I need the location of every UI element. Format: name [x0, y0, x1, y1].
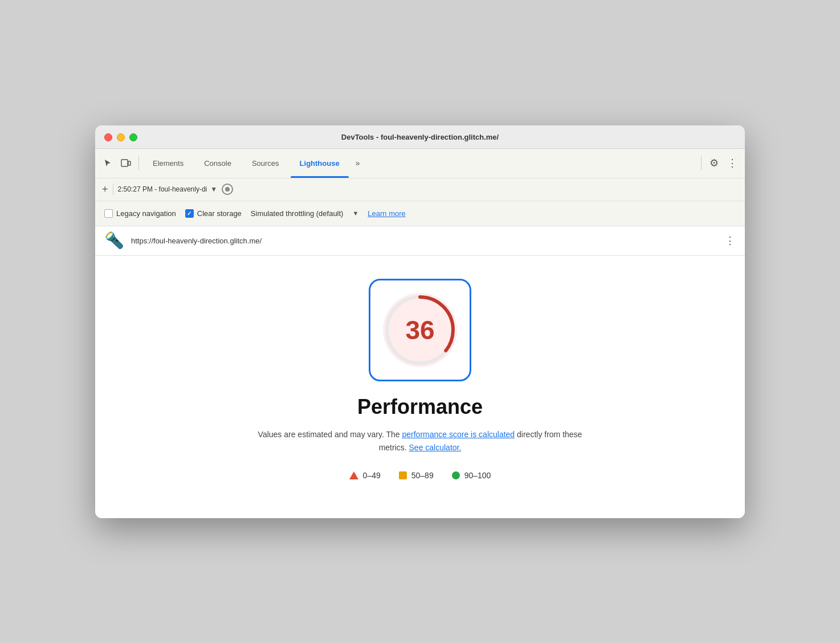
options-bar: Legacy navigation Clear storage Simulate… [95, 201, 745, 226]
clear-storage-option[interactable]: Clear storage [185, 209, 242, 218]
lighthouse-logo-icon: 🔦 [104, 233, 124, 249]
average-icon [399, 471, 407, 479]
session-selector[interactable]: 2:50:27 PM - foul-heavenly-di ▼ [118, 185, 218, 193]
close-button[interactable] [104, 133, 112, 141]
traffic-lights [104, 133, 137, 141]
legend-item-poor: 0–49 [349, 471, 381, 480]
more-tabs-button[interactable]: » [351, 148, 365, 178]
legacy-nav-option[interactable]: Legacy navigation [104, 209, 176, 218]
cursor-icon[interactable] [100, 155, 116, 171]
good-icon [452, 471, 460, 479]
throttling-label: Simulated throttling (default) [251, 209, 344, 218]
performance-description: Values are estimated and may vary. The p… [249, 428, 591, 455]
svg-rect-1 [128, 161, 131, 165]
url-more-options-icon[interactable]: ⋮ [725, 234, 736, 247]
devtools-window: DevTools - foul-heavenly-direction.glitc… [95, 125, 745, 518]
new-session-button[interactable]: + [102, 184, 108, 194]
poor-range: 0–49 [363, 471, 381, 480]
tab-elements[interactable]: Elements [144, 148, 193, 178]
session-label: 2:50:27 PM - foul-heavenly-di [118, 185, 207, 193]
score-gauge: 36 [369, 279, 471, 381]
maximize-button[interactable] [129, 133, 137, 141]
performance-score-link[interactable]: performance score is calculated [402, 430, 515, 439]
learn-more-link[interactable]: Learn more [368, 209, 405, 218]
main-toolbar: Elements Console Sources Lighthouse » ⚙ … [95, 149, 745, 178]
description-prefix: Values are estimated and may vary. The [258, 430, 402, 439]
window-title: DevTools - foul-heavenly-direction.glitc… [341, 133, 499, 141]
poor-icon [349, 471, 358, 479]
performance-title: Performance [357, 395, 483, 419]
tab-console[interactable]: Console [195, 148, 240, 178]
svg-rect-0 [121, 160, 128, 166]
device-toggle-icon[interactable] [118, 155, 134, 171]
score-value: 36 [405, 315, 434, 345]
clear-storage-checkbox[interactable] [185, 209, 194, 218]
session-dropdown-arrow: ▼ [210, 185, 217, 193]
main-content: 36 Performance Values are estimated and … [95, 256, 745, 518]
toolbar-divider-right [701, 156, 702, 170]
legacy-nav-checkbox[interactable] [104, 209, 113, 218]
tab-sources[interactable]: Sources [243, 148, 288, 178]
legacy-nav-label: Legacy navigation [116, 209, 176, 218]
throttling-dropdown-arrow[interactable]: ▼ [352, 210, 358, 217]
legend-item-average: 50–89 [399, 471, 434, 480]
toolbar-divider [138, 156, 139, 170]
url-bar: 🔦 https://foul-heavenly-direction.glitch… [95, 226, 745, 256]
calculator-link[interactable]: See calculator. [409, 443, 462, 452]
score-legend: 0–49 50–89 90–100 [349, 471, 491, 480]
gauge-inner: 36 [380, 290, 460, 370]
toolbar2-divider [113, 184, 113, 195]
good-range: 90–100 [464, 471, 491, 480]
stop-button[interactable] [222, 184, 233, 195]
settings-icon[interactable]: ⚙ [706, 155, 722, 171]
minimize-button[interactable] [117, 133, 125, 141]
tab-lighthouse[interactable]: Lighthouse [291, 148, 349, 178]
clear-storage-label: Clear storage [197, 209, 242, 218]
title-bar: DevTools - foul-heavenly-direction.glitc… [95, 125, 745, 149]
legend-item-good: 90–100 [452, 471, 491, 480]
more-options-icon[interactable]: ⋮ [724, 155, 740, 171]
secondary-toolbar: + 2:50:27 PM - foul-heavenly-di ▼ [95, 178, 745, 201]
average-range: 50–89 [411, 471, 434, 480]
url-display: https://foul-heavenly-direction.glitch.m… [131, 237, 718, 245]
